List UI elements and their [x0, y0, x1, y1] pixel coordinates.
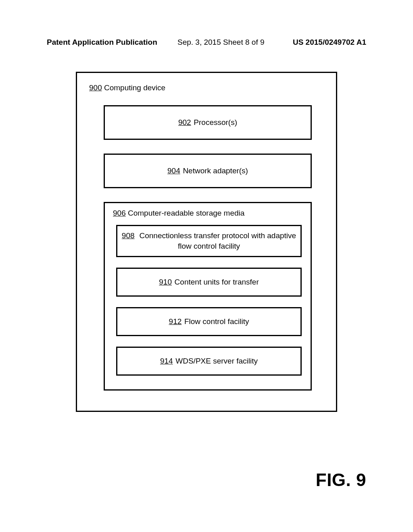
- flow-control-label: Flow control facility: [184, 316, 249, 327]
- storage-media-label: Computer-readable storage media: [128, 209, 244, 217]
- network-adapters-label: Network adapter(s): [183, 166, 248, 175]
- processors-box: 902 Processor(s): [104, 105, 312, 140]
- ref-num-908: 908: [122, 231, 135, 240]
- ref-num-910: 910: [159, 277, 172, 287]
- page: Patent Application Publication Sep. 3, 2…: [0, 0, 413, 532]
- publication-type: Patent Application Publication: [47, 38, 157, 47]
- content-units-label: Content units for transfer: [175, 277, 259, 287]
- wds-pxe-box: 914 WDS/PXE server facility: [116, 347, 302, 376]
- connectionless-protocol-box: 908 Connectionless transfer protocol wit…: [116, 225, 302, 257]
- storage-media-box: 906 Computer-readable storage media 908 …: [104, 202, 312, 391]
- storage-media-title: 906 Computer-readable storage media: [113, 209, 244, 218]
- publication-number: US 2015/0249702 A1: [293, 38, 366, 47]
- ref-num-904: 904: [167, 166, 180, 175]
- page-header: Patent Application Publication Sep. 3, 2…: [0, 38, 413, 54]
- ref-num-902: 902: [178, 118, 191, 127]
- connectionless-protocol-label: Connectionless transfer protocol with ad…: [139, 231, 296, 250]
- content-units-box: 910 Content units for transfer: [116, 268, 302, 297]
- figure-label: FIG. 9: [316, 470, 366, 490]
- ref-num-906: 906: [113, 209, 126, 217]
- processors-label: Processor(s): [194, 118, 237, 127]
- network-adapters-box: 904 Network adapter(s): [104, 154, 312, 188]
- ref-num-912: 912: [169, 316, 182, 327]
- computing-device-box: 900 Computing device 902 Processor(s) 90…: [76, 72, 337, 412]
- ref-num-914: 914: [160, 356, 173, 366]
- publication-date-sheet: Sep. 3, 2015 Sheet 8 of 9: [177, 38, 265, 47]
- flow-control-box: 912 Flow control facility: [116, 307, 302, 336]
- ref-num-900: 900: [89, 83, 102, 92]
- wds-pxe-label: WDS/PXE server facility: [175, 356, 258, 366]
- computing-device-title: 900 Computing device: [89, 83, 165, 92]
- computing-device-label: Computing device: [104, 83, 165, 92]
